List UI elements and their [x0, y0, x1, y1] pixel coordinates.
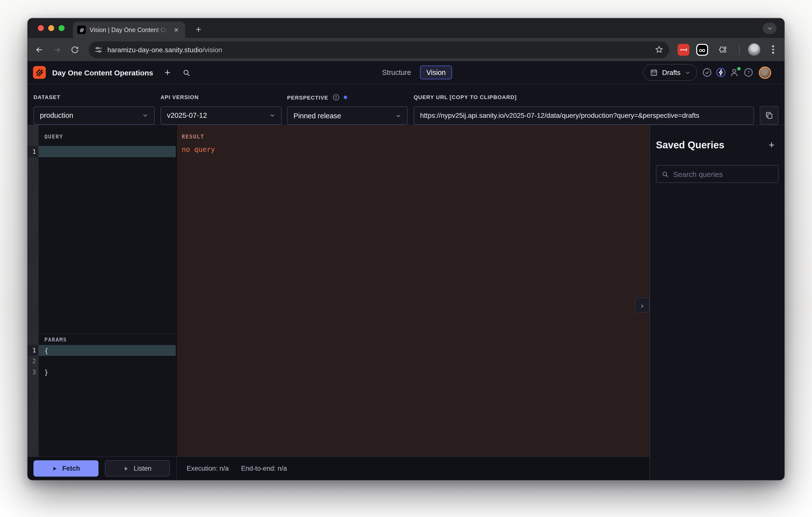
listen-button[interactable]: Listen	[105, 460, 170, 477]
tab-vision[interactable]: Vision	[420, 65, 452, 79]
api-version-select[interactable]: v2025-07-12	[161, 106, 282, 125]
expand-result-button[interactable]: ›	[635, 298, 649, 312]
minimize-window-button[interactable]	[48, 25, 54, 31]
create-new-document-button[interactable]: +	[160, 65, 175, 80]
search-button[interactable]	[179, 65, 194, 80]
collaborators-button[interactable]	[728, 66, 741, 79]
query-panel-label: QUERY	[28, 125, 176, 146]
vision-controls: DATASET production API VERSION v2025-07-…	[28, 84, 784, 125]
result-label: RESULT	[177, 125, 649, 140]
chevron-down-icon	[269, 113, 275, 118]
editor-column: QUERY 1 PARAMS 1	[28, 125, 177, 456]
status-bar: Fetch Listen Execution: n/a End-to-end: …	[28, 456, 649, 480]
sanity-studio: Day One Content Operations + Structure V…	[28, 61, 784, 480]
dataset-select[interactable]: production	[33, 106, 155, 125]
fetch-button[interactable]: Fetch	[33, 460, 98, 477]
bookmark-star-icon[interactable]	[655, 45, 663, 54]
params-panel-label: PARAMS	[28, 334, 176, 345]
user-avatar[interactable]	[759, 66, 771, 79]
sanity-favicon-icon	[77, 26, 86, 34]
releases-label: Drafts	[662, 69, 680, 76]
line-code	[38, 356, 176, 367]
query-url-field: QUERY URL [COPY TO CLIPBOARD]	[414, 94, 754, 125]
dataset-field: DATASET production	[33, 94, 155, 125]
copy-icon	[765, 111, 774, 120]
back-button[interactable]	[31, 42, 47, 57]
desktop: Vision | Day One Content Ope ✕ + haramiz…	[0, 0, 812, 517]
sanity-logo-icon[interactable]	[33, 66, 46, 79]
browser-extension-icon[interactable]	[696, 44, 708, 55]
saved-queries-panel: Saved Queries +	[649, 125, 784, 480]
line-code: }	[38, 367, 176, 378]
query-editor[interactable]: QUERY 1	[28, 125, 176, 334]
password-manager-extension-icon[interactable]	[677, 44, 689, 55]
check-circle-icon	[702, 67, 713, 78]
browser-toolbar: haramizu-day-one.sanity.studio/vision	[28, 38, 784, 61]
url-text[interactable]: haramizu-day-one.sanity.studio/vision	[107, 46, 650, 53]
close-window-button[interactable]	[38, 25, 44, 31]
saved-queries-title: Saved Queries	[656, 139, 765, 151]
tasks-button[interactable]	[701, 66, 714, 79]
reload-button[interactable]	[67, 42, 83, 57]
address-bar[interactable]: haramizu-day-one.sanity.studio/vision	[89, 41, 669, 58]
api-version-field: API VERSION v2025-07-12	[161, 94, 282, 125]
forward-button[interactable]	[49, 42, 65, 57]
tool-switcher: Structure Vision	[380, 61, 452, 84]
params-line-2[interactable]: 2	[28, 356, 176, 367]
execution-time: Execution: n/a	[186, 465, 229, 472]
copy-url-button[interactable]	[760, 106, 779, 125]
help-icon: ?	[743, 67, 754, 78]
chevron-right-icon: ›	[641, 301, 643, 309]
svg-text:?: ?	[747, 70, 750, 75]
toolbar-divider	[739, 45, 740, 54]
close-tab-icon[interactable]: ✕	[172, 25, 181, 34]
calendar-icon	[650, 69, 658, 76]
query-url-label: QUERY URL [COPY TO CLIPBOARD]	[414, 94, 754, 100]
chevron-down-icon	[766, 25, 773, 31]
search-icon	[661, 170, 669, 178]
end-to-end-time: End-to-end: n/a	[241, 465, 287, 472]
params-editor[interactable]: PARAMS 1 { 2 3	[28, 334, 176, 456]
chevron-down-icon	[396, 113, 401, 118]
online-status-dot	[737, 67, 741, 71]
browser-profile-avatar[interactable]	[748, 44, 760, 56]
perspective-value: Pinned release	[293, 112, 392, 119]
search-icon	[182, 68, 190, 77]
workspace-title[interactable]: Day One Content Operations	[52, 68, 153, 77]
svg-text:?: ?	[335, 96, 337, 100]
releases-dropdown[interactable]: Drafts	[643, 64, 697, 81]
dataset-value: production	[40, 112, 138, 119]
fetch-label: Fetch	[62, 465, 80, 472]
params-line-3[interactable]: 3 }	[28, 367, 176, 378]
perspective-label-text: PERSPECTIVE	[287, 94, 328, 100]
add-saved-query-button[interactable]: +	[765, 138, 779, 152]
query-url-input[interactable]	[414, 106, 754, 125]
browser-menu-icon[interactable]	[768, 46, 778, 54]
browser-tab[interactable]: Vision | Day One Content Ope ✕	[73, 22, 185, 38]
notification-dot	[344, 96, 347, 99]
zoom-window-button[interactable]	[59, 25, 64, 31]
listen-label: Listen	[134, 465, 151, 472]
tab-structure[interactable]: Structure	[380, 65, 413, 79]
line-number: 1	[28, 345, 38, 356]
extensions-puzzle-icon[interactable]	[715, 42, 731, 57]
query-line-1[interactable]: 1	[28, 146, 176, 157]
site-settings-icon[interactable]	[94, 46, 103, 53]
browser-window: Vision | Day One Content Ope ✕ + haramiz…	[28, 18, 784, 480]
new-tab-button[interactable]: +	[192, 23, 205, 36]
line-number: 1	[28, 146, 38, 157]
actions-button[interactable]	[715, 66, 727, 79]
search-queries-input[interactable]	[673, 170, 773, 178]
timing-info: Execution: n/a End-to-end: n/a	[177, 457, 649, 480]
line-code	[38, 146, 176, 157]
help-button[interactable]: ?	[742, 66, 755, 79]
saved-queries-search[interactable]	[656, 165, 779, 183]
traffic-lights	[38, 25, 64, 31]
perspective-label: PERSPECTIVE ?	[287, 94, 408, 101]
params-line-1[interactable]: 1 {	[28, 345, 176, 356]
tab-strip: Vision | Day One Content Ope ✕ +	[28, 18, 784, 38]
tab-search-button[interactable]	[763, 23, 777, 34]
help-circle-icon[interactable]: ?	[332, 93, 340, 101]
studio-navbar: Day One Content Operations + Structure V…	[28, 61, 784, 84]
perspective-select[interactable]: Pinned release	[287, 106, 408, 125]
